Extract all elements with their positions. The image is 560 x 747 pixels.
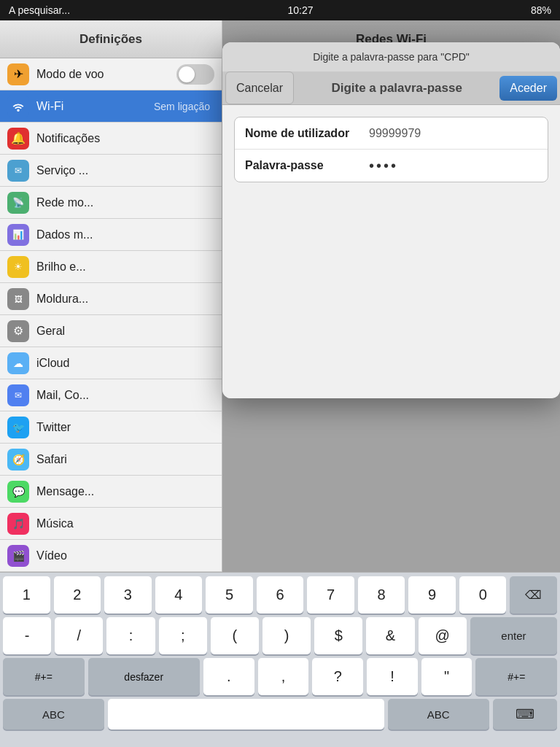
key-question[interactable]: ?: [312, 658, 363, 695]
password-dots[interactable]: ••••: [369, 158, 398, 174]
sidebar-item-frame[interactable]: 🖼 Moldura...: [0, 283, 222, 315]
key-semicolon[interactable]: ;: [159, 617, 207, 654]
message-icon: 💬: [7, 481, 29, 503]
key-at[interactable]: @: [419, 617, 467, 654]
sidebar-item-data[interactable]: 📊 Dados m...: [0, 219, 222, 251]
data-icon: 📊: [7, 224, 29, 246]
mail-label: Mail, Co...: [36, 389, 214, 402]
general-icon: ⚙: [7, 320, 29, 342]
abc-key-right[interactable]: ABC: [388, 699, 489, 729]
service-icon: ✉: [7, 160, 29, 182]
wifi-password-dialog: Digite a palavra-passe para "CPD" Cancel…: [222, 42, 560, 398]
safari-icon: 🧭: [7, 449, 29, 471]
sidebar-item-notifications[interactable]: 🔔 Notificações: [0, 123, 222, 155]
frame-label: Moldura...: [36, 293, 214, 306]
key-2[interactable]: 2: [54, 576, 101, 614]
icloud-label: iCloud: [36, 357, 214, 370]
password-label: Palavra-passe: [245, 159, 369, 172]
cancel-button[interactable]: Cancelar: [225, 71, 294, 104]
sidebar-item-network[interactable]: 📡 Rede mo...: [0, 187, 222, 219]
sidebar-item-safari[interactable]: 🧭 Safari: [0, 444, 222, 476]
key-1[interactable]: 1: [3, 576, 50, 614]
key-colon[interactable]: :: [106, 617, 155, 654]
key-closeparen[interactable]: ): [262, 617, 311, 654]
key-minus[interactable]: -: [3, 617, 51, 654]
status-bar: A pesquisar... 10:27 88%: [0, 0, 560, 20]
key-3[interactable]: 3: [104, 576, 152, 614]
notif-label: Notificações: [36, 132, 214, 145]
message-label: Mensage...: [36, 485, 214, 498]
aceder-button[interactable]: Aceder: [499, 76, 557, 101]
twitter-icon: 🐦: [7, 417, 29, 438]
hashplus-key-left[interactable]: #+=: [3, 658, 85, 695]
right-panel: Redes Wi-Fi Wi-Fi Escolha uma rede... #N…: [222, 20, 560, 572]
keyboard: 1 2 3 4 5 6 7 8 9 0 ⌫ - / : ; ( ) $ & @ …: [0, 572, 560, 747]
status-time: 10:27: [287, 4, 313, 16]
username-label: Nome de utilizador: [245, 127, 369, 140]
abc-key-left[interactable]: ABC: [3, 699, 104, 729]
key-4[interactable]: 4: [155, 576, 203, 614]
key-openparen[interactable]: (: [211, 617, 259, 654]
sidebar: Definições ✈ Modo de voo Wi-Fi Sem ligaç…: [0, 20, 222, 572]
key-quote[interactable]: ": [421, 658, 472, 695]
key-exclamation[interactable]: !: [367, 658, 418, 695]
keyboard-row-numbers: 1 2 3 4 5 6 7 8 9 0 ⌫: [0, 573, 560, 614]
network-label: Rede mo...: [36, 196, 214, 209]
dialog-overlay: Digite a palavra-passe para "CPD" Cancel…: [222, 20, 560, 572]
dialog-header-title: Digite a palavra-passe: [297, 81, 497, 96]
video-label: Vídeo: [36, 549, 214, 562]
enter-key[interactable]: enter: [470, 617, 557, 654]
dialog-title: Digite a palavra-passe para "CPD": [222, 42, 560, 71]
key-period[interactable]: .: [203, 658, 254, 695]
dialog-spacer: [234, 182, 548, 387]
key-6[interactable]: 6: [257, 576, 304, 614]
dialog-fields: Nome de utilizador 99999979 Palavra-pass…: [234, 117, 548, 182]
space-key[interactable]: [108, 699, 384, 729]
keyboard-dismiss-key[interactable]: ⌨: [493, 699, 557, 729]
general-label: Geral: [36, 325, 214, 338]
sidebar-item-airplane[interactable]: ✈ Modo de voo: [0, 58, 222, 90]
twitter-label: Twitter: [36, 421, 214, 434]
username-row: Nome de utilizador 99999979: [235, 117, 548, 150]
undo-key[interactable]: desfazer: [88, 658, 200, 695]
key-comma[interactable]: ,: [258, 658, 309, 695]
main-area: Definições ✈ Modo de voo Wi-Fi Sem ligaç…: [0, 20, 560, 572]
sidebar-item-brightness[interactable]: ☀ Brilho e...: [0, 251, 222, 283]
key-dollar[interactable]: $: [314, 617, 362, 654]
music-icon: 🎵: [7, 513, 29, 535]
keyboard-row-misc: #+= desfazer . , ? ! " #+=: [0, 654, 560, 695]
wifi-icon: [7, 96, 29, 117]
data-label: Dados m...: [36, 228, 214, 241]
status-left: A pesquisar...: [9, 4, 70, 16]
sidebar-item-messages[interactable]: 💬 Mensage...: [0, 476, 222, 508]
notif-icon: 🔔: [7, 128, 29, 150]
key-ampersand[interactable]: &: [366, 617, 414, 654]
hashplus-key-right[interactable]: #+=: [475, 658, 557, 695]
keyboard-row-bottom: ABC ABC ⌨: [0, 695, 560, 733]
bright-icon: ☀: [7, 256, 29, 278]
sidebar-item-mail[interactable]: ✉ Mail, Co...: [0, 379, 222, 411]
icloud-icon: ☁: [7, 352, 29, 374]
key-7[interactable]: 7: [307, 576, 354, 614]
key-0[interactable]: 0: [459, 576, 507, 614]
sidebar-title: Definições: [0, 20, 222, 58]
key-8[interactable]: 8: [358, 576, 405, 614]
airplane-toggle[interactable]: [176, 64, 214, 85]
sidebar-item-general[interactable]: ⚙ Geral: [0, 315, 222, 347]
dialog-header: Cancelar Digite a palavra-passe Aceder: [222, 71, 560, 105]
backspace-key[interactable]: ⌫: [510, 576, 557, 614]
sidebar-item-icloud[interactable]: ☁ iCloud: [0, 347, 222, 379]
sidebar-item-service[interactable]: ✉ Serviço ...: [0, 155, 222, 187]
key-9[interactable]: 9: [408, 576, 456, 614]
mail-icon: ✉: [7, 384, 29, 406]
bright-label: Brilho e...: [36, 260, 214, 274]
sidebar-item-twitter[interactable]: 🐦 Twitter: [0, 411, 222, 444]
frame-icon: 🖼: [7, 288, 29, 310]
wifi-value: Sem ligação: [154, 101, 210, 112]
key-slash[interactable]: /: [55, 617, 103, 654]
key-5[interactable]: 5: [206, 576, 253, 614]
sidebar-item-video[interactable]: 🎬 Vídeo: [0, 540, 222, 572]
sidebar-item-music[interactable]: 🎵 Música: [0, 508, 222, 540]
sidebar-item-wifi[interactable]: Wi-Fi Sem ligação: [0, 90, 222, 123]
username-value[interactable]: 99999979: [369, 127, 421, 140]
